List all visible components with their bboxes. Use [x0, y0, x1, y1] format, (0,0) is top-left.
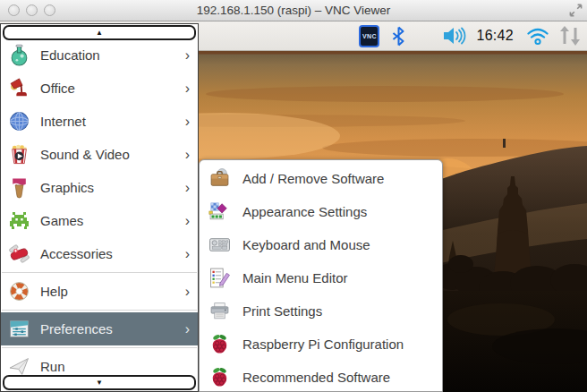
wifi-icon[interactable] [526, 26, 549, 46]
submenu-arrow-icon: › [185, 214, 190, 228]
submenu-item-label: Add / Remove Software [242, 171, 384, 186]
window-titlebar: 192.168.1.150 (raspi) – VNC Viewer [0, 0, 587, 21]
submenu-item-label: Main Menu Editor [242, 270, 348, 285]
menu-item-label: Help [40, 284, 185, 299]
submenu-arrow-icon: › [185, 247, 190, 261]
menu-item-education[interactable]: Education › [1, 38, 198, 72]
color-swatches-icon [208, 200, 232, 224]
menu-scroll-up[interactable]: ▲ [3, 25, 196, 40]
submenu-item-appearance-settings[interactable]: Appearance Settings [200, 195, 442, 228]
globe-icon [7, 109, 31, 133]
updown-arrows-icon[interactable] [558, 25, 582, 47]
submenu-arrow-icon: › [185, 148, 190, 162]
submenu-item-recommended-software[interactable]: Recommended Software [200, 361, 442, 392]
submenu-item-label: Keyboard and Mouse [242, 237, 370, 252]
menu-item-help[interactable]: Help › [1, 275, 198, 308]
vnc-tray-icon[interactable]: VNC [359, 25, 379, 47]
menu-item-label: Games [40, 213, 185, 228]
menu-item-sound-video[interactable]: Sound & Video › [1, 138, 198, 171]
lifebuoy-icon [7, 279, 31, 303]
menu-item-label: Run [40, 359, 193, 374]
submenu-item-label: Recommended Software [242, 370, 390, 385]
menu-item-label: Office [40, 81, 185, 96]
menu-item-label: Education [40, 47, 185, 63]
preferences-submenu: Add / Remove Software [199, 159, 443, 392]
submenu-item-add-remove-software[interactable]: Add / Remove Software [200, 162, 442, 195]
space-invader-icon [7, 209, 31, 233]
applications-menu: ▲ Education › [0, 23, 199, 392]
swiss-knife-icon [7, 242, 31, 266]
volume-icon[interactable] [443, 26, 467, 46]
window-title: 192.168.1.150 (raspi) – VNC Viewer [0, 0, 587, 21]
menu-separator [2, 347, 197, 348]
menu-item-preferences[interactable]: Preferences › [1, 312, 198, 345]
submenu-arrow-icon: › [185, 81, 190, 96]
menu-item-label: Internet [40, 114, 185, 129]
menu-item-label: Sound & Video [40, 147, 185, 162]
menu-item-label: Accessories [40, 246, 185, 261]
menu-item-office[interactable]: Office › [1, 72, 198, 105]
menu-item-graphics[interactable]: Graphics › [1, 171, 198, 204]
submenu-arrow-icon: › [185, 322, 190, 337]
menu-scroll-down[interactable]: ▼ [3, 375, 196, 390]
submenu-item-main-menu-editor[interactable]: Main Menu Editor [200, 261, 442, 294]
submenu-arrow-icon: › [185, 285, 190, 299]
menu-separator [2, 310, 197, 311]
menu-item-accessories[interactable]: Accessories › [1, 237, 198, 270]
raspberry-icon [208, 365, 232, 389]
menu-editor-icon [208, 266, 232, 290]
menu-item-internet[interactable]: Internet › [1, 105, 198, 138]
menu-item-games[interactable]: Games › [1, 204, 198, 237]
submenu-arrow-icon: › [185, 48, 190, 63]
vnc-desktop-view: VNC 16:42 [0, 21, 587, 392]
submenu-item-print-settings[interactable]: Print Settings [200, 294, 442, 328]
clock: 16:42 [476, 28, 514, 44]
menu-item-label: Graphics [40, 180, 185, 195]
vnc-logo-text: VNC [362, 33, 377, 39]
menu-separator [2, 272, 197, 273]
bluetooth-icon[interactable] [392, 26, 405, 47]
submenu-item-keyboard-and-mouse[interactable]: Keyboard and Mouse [200, 228, 442, 261]
submenu-item-raspberry-pi-configuration[interactable]: Raspberry Pi Configuration [200, 328, 442, 361]
submenu-arrow-icon: › [185, 181, 190, 195]
submenu-item-label: Raspberry Pi Configuration [242, 337, 404, 352]
menu-item-label: Preferences [40, 321, 185, 337]
desk-lamp-icon [7, 76, 31, 100]
flask-icon [7, 43, 31, 67]
raspberry-icon [208, 332, 232, 356]
submenu-item-label: Print Settings [242, 303, 322, 319]
submenu-arrow-icon: › [185, 115, 190, 129]
keyboard-icon [208, 233, 232, 257]
scroll-down-icon: ▼ [96, 379, 103, 387]
submenu-item-label: Appearance Settings [242, 204, 367, 219]
fullscreen-resize-icon[interactable] [569, 4, 583, 17]
scroll-up-icon: ▲ [96, 30, 103, 37]
printer-icon [208, 299, 232, 323]
paintbrush-icon [7, 175, 31, 200]
popcorn-play-icon [7, 142, 31, 166]
toolbox-cd-icon [208, 166, 232, 191]
settings-panel-icon [7, 317, 31, 341]
